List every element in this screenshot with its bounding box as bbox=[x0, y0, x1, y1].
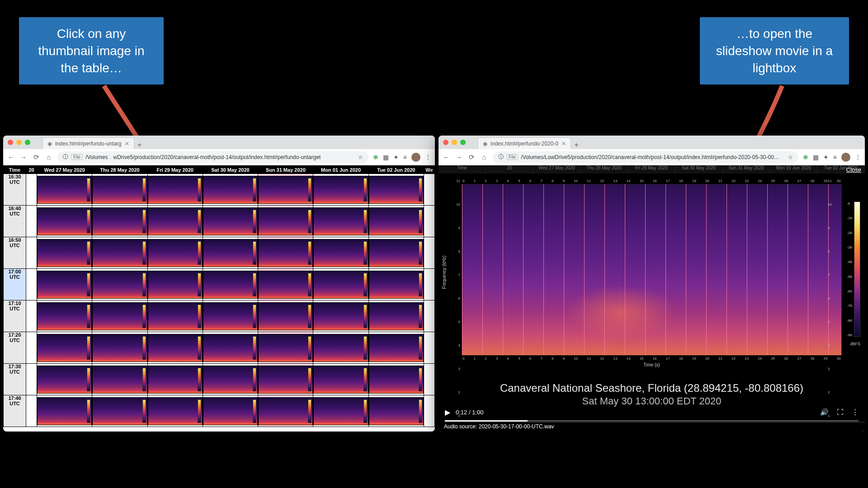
window-close-button[interactable] bbox=[8, 140, 13, 145]
spectrogram-thumbnail[interactable] bbox=[203, 271, 258, 299]
spectrogram-thumbnail[interactable] bbox=[203, 366, 258, 394]
extensions-puzzle-icon[interactable]: ✦ bbox=[393, 154, 399, 161]
kebab-menu-icon[interactable]: ⋮ bbox=[855, 154, 861, 161]
star-icon[interactable]: ☆ bbox=[788, 154, 793, 160]
thumbnail-cell[interactable] bbox=[313, 395, 368, 427]
reading-list-icon[interactable]: ≡ bbox=[403, 154, 407, 161]
thumbnail-cell[interactable] bbox=[313, 364, 368, 395]
spectrogram-thumbnail[interactable] bbox=[37, 366, 92, 394]
spectrogram-player[interactable]: 0123456789101112131415161718192021222324… bbox=[441, 174, 862, 432]
thumbnail-cell[interactable] bbox=[258, 206, 313, 237]
thumbnail-cell[interactable] bbox=[313, 300, 368, 332]
home-button[interactable]: ⌂ bbox=[45, 153, 53, 161]
thumbnail-cell[interactable] bbox=[37, 364, 92, 395]
spectrogram-thumbnail[interactable] bbox=[258, 271, 313, 299]
thumbnail-cell-partial[interactable] bbox=[424, 269, 435, 300]
spectrogram-thumbnail[interactable] bbox=[92, 302, 147, 330]
thumbnail-cell-partial[interactable] bbox=[424, 206, 435, 237]
spectrogram-thumbnail[interactable] bbox=[92, 334, 147, 362]
thumbnail-cell[interactable] bbox=[147, 206, 203, 237]
new-tab-button[interactable]: + bbox=[134, 141, 145, 149]
spectrogram-thumbnail[interactable] bbox=[369, 334, 424, 362]
spectrogram-thumbnail[interactable] bbox=[148, 334, 203, 362]
thumbnail-cell-partial[interactable] bbox=[424, 332, 435, 364]
spectrogram-thumbnail[interactable] bbox=[203, 397, 258, 425]
spectrogram-thumbnail[interactable] bbox=[203, 207, 258, 235]
thumbnail-cell-partial[interactable] bbox=[424, 395, 435, 427]
spectrogram-thumbnail[interactable] bbox=[313, 176, 368, 204]
thumbnail-cell[interactable] bbox=[92, 332, 147, 364]
thumbnail-cell[interactable] bbox=[258, 174, 313, 206]
thumbnail-cell[interactable] bbox=[313, 269, 368, 300]
thumbnail-cell-partial[interactable] bbox=[424, 237, 435, 269]
back-button[interactable]: ← bbox=[442, 153, 450, 161]
spectrogram-thumbnail[interactable] bbox=[148, 302, 203, 330]
extensions-puzzle-icon[interactable]: ✦ bbox=[823, 154, 829, 161]
thumbnail-cell[interactable] bbox=[37, 174, 92, 206]
thumbnail-cell[interactable] bbox=[147, 332, 203, 364]
thumbnail-cell[interactable] bbox=[147, 269, 203, 300]
spectrogram-thumbnail[interactable] bbox=[92, 397, 147, 425]
window-zoom-button[interactable] bbox=[25, 140, 30, 145]
thumbnail-cell-partial[interactable] bbox=[424, 364, 435, 395]
thumbnail-cell[interactable] bbox=[92, 237, 147, 269]
spectrogram-thumbnail[interactable] bbox=[37, 271, 92, 299]
spectrogram-thumbnail[interactable] bbox=[369, 302, 424, 330]
url-field[interactable]: ⓘ File /Volumes…wDrive5/production/2020/… bbox=[57, 151, 368, 163]
thumbnail-cell[interactable] bbox=[92, 364, 147, 395]
browser-tab[interactable]: ◉ index.html#perfundo-2020-0 ✕ bbox=[478, 137, 571, 149]
profile-avatar[interactable] bbox=[411, 153, 420, 162]
forward-button[interactable]: → bbox=[455, 153, 463, 161]
thumbnail-cell[interactable] bbox=[147, 300, 203, 332]
spectrogram-thumbnail[interactable] bbox=[92, 271, 147, 299]
thumbnail-cell[interactable] bbox=[203, 364, 258, 395]
thumbnail-cell[interactable] bbox=[92, 174, 147, 206]
thumbnail-cell[interactable] bbox=[368, 395, 424, 427]
spectrogram-thumbnail[interactable] bbox=[203, 302, 258, 330]
thumbnail-cell[interactable] bbox=[147, 174, 203, 206]
spectrogram-thumbnail[interactable] bbox=[203, 176, 258, 204]
spectrogram-thumbnail[interactable] bbox=[148, 239, 203, 267]
thumbnail-cell[interactable] bbox=[203, 300, 258, 332]
thumbnail-cell-partial[interactable] bbox=[424, 300, 435, 332]
thumbnail-cell[interactable] bbox=[147, 237, 203, 269]
thumbnail-cell[interactable] bbox=[147, 395, 203, 427]
spectrogram-thumbnail[interactable] bbox=[369, 176, 424, 204]
volume-icon[interactable]: 🔊 bbox=[820, 408, 829, 416]
spectrogram-thumbnail[interactable] bbox=[313, 302, 368, 330]
spectrogram-thumbnail[interactable] bbox=[92, 239, 147, 267]
spectrogram-thumbnail[interactable] bbox=[258, 334, 313, 362]
thumbnail-cell[interactable] bbox=[92, 269, 147, 300]
thumbnail-cell-partial[interactable] bbox=[424, 174, 435, 206]
spectrogram-thumbnail[interactable] bbox=[313, 207, 368, 235]
evernote-icon[interactable]: ❋ bbox=[803, 154, 808, 161]
thumbnail-cell[interactable] bbox=[147, 364, 203, 395]
forward-button[interactable]: → bbox=[19, 153, 28, 161]
browser-tab[interactable]: ◉ index.html#perfundo-untarg ✕ bbox=[42, 137, 134, 149]
thumbnail-cell[interactable] bbox=[37, 237, 92, 269]
spectrogram-thumbnail[interactable] bbox=[37, 397, 92, 425]
window-close-button[interactable] bbox=[443, 140, 448, 145]
spectrogram-thumbnail[interactable] bbox=[369, 271, 424, 299]
thumbnail-cell[interactable] bbox=[368, 332, 424, 364]
spectrogram-thumbnail[interactable] bbox=[92, 207, 147, 235]
extension-icon[interactable]: ▦ bbox=[813, 154, 819, 161]
spectrogram-thumbnail[interactable] bbox=[37, 207, 92, 235]
spectrogram-thumbnail[interactable] bbox=[92, 176, 147, 204]
thumbnail-cell[interactable] bbox=[313, 237, 368, 269]
window-titlebar[interactable]: ◉ index.html#perfundo-2020-0 ✕ + bbox=[439, 136, 865, 149]
spectrogram-thumbnail[interactable] bbox=[92, 366, 147, 394]
extension-icon[interactable]: ▦ bbox=[383, 154, 389, 161]
reload-button[interactable]: ⟳ bbox=[467, 153, 476, 161]
url-field[interactable]: ⓘ File /Volumes/LowDrive5/production/202… bbox=[493, 151, 798, 163]
spectrogram-thumbnail[interactable] bbox=[37, 334, 92, 362]
thumbnail-cell[interactable] bbox=[203, 395, 258, 427]
thumbnail-cell[interactable] bbox=[313, 174, 368, 206]
spectrogram-thumbnail[interactable] bbox=[369, 366, 424, 394]
lightbox-close-link[interactable]: Close bbox=[846, 166, 861, 173]
spectrogram-thumbnail[interactable] bbox=[148, 207, 203, 235]
thumbnail-cell[interactable] bbox=[313, 206, 368, 237]
thumbnail-cell[interactable] bbox=[203, 206, 258, 237]
spectrogram-thumbnail[interactable] bbox=[258, 366, 313, 394]
spectrogram-thumbnail[interactable] bbox=[258, 207, 313, 235]
